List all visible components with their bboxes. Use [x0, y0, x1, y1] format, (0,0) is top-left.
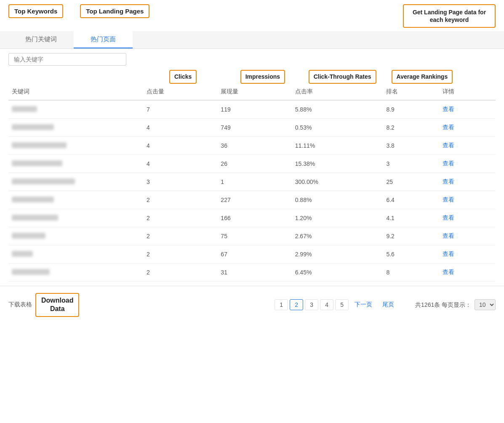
impressions-annotation: Impressions [240, 70, 285, 83]
detail-link[interactable]: 查看 [443, 178, 454, 185]
detail-link[interactable]: 查看 [443, 196, 454, 203]
detail-cell[interactable]: 查看 [439, 227, 496, 245]
page-5[interactable]: 5 [335, 299, 349, 310]
ctr-cell: 300.00% [292, 173, 383, 191]
total-text: 共1261条 每页显示： [415, 301, 471, 308]
ctr-cell: 6.45% [292, 263, 383, 281]
page-1[interactable]: 1 [275, 299, 288, 310]
ranking-cell: 4.1 [383, 209, 439, 227]
ranking-cell: 3.8 [383, 136, 439, 154]
ranking-cell: 8.9 [383, 100, 439, 119]
detail-cell[interactable]: 查看 [439, 191, 496, 209]
detail-link[interactable]: 查看 [443, 160, 454, 167]
next-page-btn[interactable]: 下一页 [350, 299, 376, 310]
header-keyword: 关键词 [8, 84, 143, 100]
table-row: keyword247490.53%8.2查看 [8, 118, 496, 136]
clicks-cell: 2 [143, 227, 217, 245]
top-keywords-annotation: Top Keywords [8, 4, 63, 18]
ranking-cell: 8 [383, 263, 439, 281]
impressions-cell: 26 [217, 154, 291, 173]
detail-link[interactable]: 查看 [443, 142, 454, 149]
keyword-cell: keyword9 [8, 245, 143, 263]
detail-cell[interactable]: 查看 [439, 245, 496, 263]
impressions-cell: 119 [217, 100, 291, 119]
clicks-cell: 2 [143, 245, 217, 263]
ranking-cell: 9.2 [383, 227, 439, 245]
main-table: 关键词 点击量 展现量 点击率 排名 详情 keyword171195.88%8… [8, 84, 496, 282]
keyword-cell: keyword6 [8, 191, 143, 209]
detail-cell[interactable]: 查看 [439, 209, 496, 227]
get-landing-annotation: Get Landing Page data for each keyword [403, 4, 496, 28]
ranking-cell: 3 [383, 154, 439, 173]
ctr-cell: 0.53% [292, 118, 383, 136]
page-3[interactable]: 3 [305, 299, 318, 310]
impressions-cell: 749 [217, 118, 291, 136]
keyword-cell: keyword3 [8, 136, 143, 154]
detail-link[interactable]: 查看 [443, 269, 454, 275]
clicks-cell: 4 [143, 136, 217, 154]
clicks-cell: 2 [143, 263, 217, 281]
tab-hot-pages[interactable]: 热门页面 [74, 31, 133, 48]
last-page-btn[interactable]: 尾页 [378, 299, 398, 310]
clicks-cell: 3 [143, 173, 217, 191]
table-row: keyword171195.88%8.9查看 [8, 100, 496, 119]
ctr-cell: 2.99% [292, 245, 383, 263]
impressions-cell: 31 [217, 263, 291, 281]
total-info: 共1261条 每页显示： 10 20 50 [415, 299, 496, 310]
download-annotation: Download Data [35, 293, 79, 317]
search-input[interactable] [8, 53, 126, 66]
ranking-cell: 8.2 [383, 118, 439, 136]
table-row: keyword92672.99%5.6查看 [8, 245, 496, 263]
detail-cell[interactable]: 查看 [439, 173, 496, 191]
ctr-cell: 15.38% [292, 154, 383, 173]
keyword-cell: keyword8 [8, 227, 143, 245]
ctr-cell: 5.88% [292, 100, 383, 119]
per-page-select[interactable]: 10 20 50 [475, 299, 496, 310]
tab-hot-keywords[interactable]: 热门关键词 [8, 31, 74, 48]
header-impressions: 展现量 [217, 84, 291, 100]
ranking-cell: 5.6 [383, 245, 439, 263]
table-row: keyword343611.11%3.8查看 [8, 136, 496, 154]
footer-row: 下载表格 Download Data 1 2 3 4 5 下一页 尾页 共126… [0, 286, 504, 324]
detail-cell[interactable]: 查看 [439, 263, 496, 281]
search-row [0, 49, 504, 70]
detail-link[interactable]: 查看 [443, 232, 454, 239]
clicks-cell: 4 [143, 118, 217, 136]
page-4[interactable]: 4 [320, 299, 333, 310]
detail-cell[interactable]: 查看 [439, 118, 496, 136]
ctr-annotation: Click-Through Rates [309, 70, 376, 83]
ctr-cell: 1.20% [292, 209, 383, 227]
detail-link[interactable]: 查看 [443, 106, 454, 112]
clicks-cell: 2 [143, 209, 217, 227]
impressions-cell: 67 [217, 245, 291, 263]
keyword-cell: keyword10 [8, 263, 143, 281]
table-row: keyword622270.88%6.4查看 [8, 191, 496, 209]
impressions-cell: 166 [217, 209, 291, 227]
header-detail: 详情 [439, 84, 496, 100]
impressions-cell: 36 [217, 136, 291, 154]
download-button[interactable]: 下载表格 Download Data [8, 293, 79, 317]
download-label: 下载表格 [8, 301, 32, 309]
page-2[interactable]: 2 [290, 299, 303, 310]
ctr-cell: 0.88% [292, 191, 383, 209]
table-wrapper: 关键词 点击量 展现量 点击率 排名 详情 keyword171195.88%8… [0, 84, 504, 282]
impressions-cell: 1 [217, 173, 291, 191]
detail-cell[interactable]: 查看 [439, 136, 496, 154]
keyword-cell: keyword4 [8, 154, 143, 173]
impressions-cell: 227 [217, 191, 291, 209]
ranking-cell: 25 [383, 173, 439, 191]
clicks-cell: 2 [143, 191, 217, 209]
impressions-cell: 75 [217, 227, 291, 245]
detail-cell[interactable]: 查看 [439, 100, 496, 119]
detail-link[interactable]: 查看 [443, 124, 454, 130]
table-row: keyword82752.67%9.2查看 [8, 227, 496, 245]
top-landing-pages-annotation: Top Landing Pages [80, 4, 149, 18]
table-row: keyword102316.45%8查看 [8, 263, 496, 281]
header-clicks: 点击量 [143, 84, 217, 100]
table-row: keyword531300.00%25查看 [8, 173, 496, 191]
ranking-cell: 6.4 [383, 191, 439, 209]
detail-link[interactable]: 查看 [443, 250, 454, 257]
detail-cell[interactable]: 查看 [439, 154, 496, 173]
detail-link[interactable]: 查看 [443, 214, 454, 221]
clicks-annotation: Clicks [169, 70, 197, 83]
